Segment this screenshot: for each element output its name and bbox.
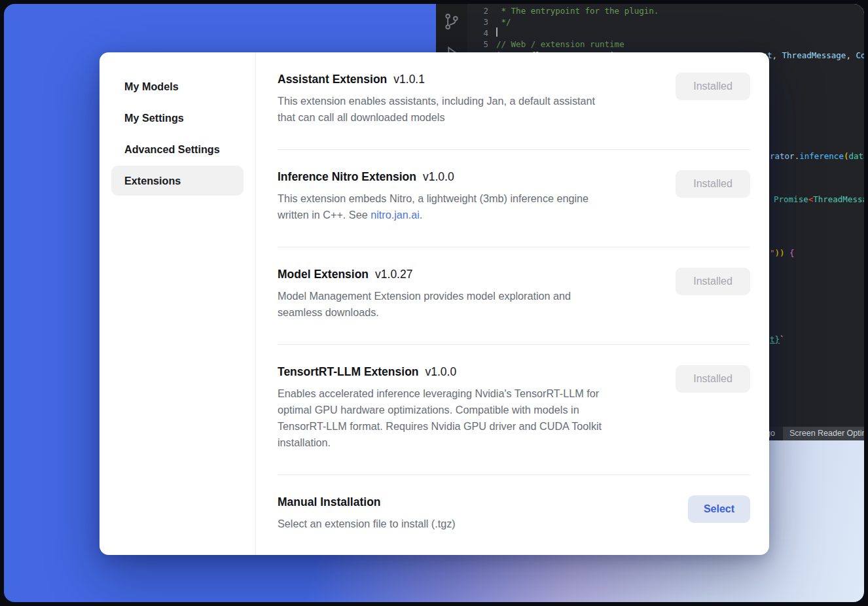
extension-version: v1.0.0 [425, 365, 457, 378]
code-line: 4 [467, 27, 864, 39]
extension-title: Inference Nitro Extensionv1.0.0 [278, 168, 670, 185]
settings-sidebar: My Models My Settings Advanced Settings … [99, 52, 256, 555]
sidebar-item-my-settings[interactable]: My Settings [111, 103, 244, 133]
extension-name: Inference Nitro Extension [278, 170, 416, 183]
sidebar-item-advanced-settings[interactable]: Advanced Settings [111, 134, 244, 164]
nitro-jan-ai-link[interactable]: nitro.jan.ai. [371, 209, 422, 221]
extension-description: This extension enables assistants, inclu… [278, 93, 670, 126]
extension-row-tensorrt-llm: TensortRT-LLM Extensionv1.0.0 Enables ac… [278, 345, 750, 475]
extension-version: v1.0.27 [375, 268, 412, 281]
extension-description: This extension embeds Nitro, a lightweig… [278, 190, 670, 223]
extension-info: TensortRT-LLM Extensionv1.0.0 Enables ac… [278, 363, 670, 451]
sidebar-item-extensions[interactable]: Extensions [111, 166, 244, 196]
code-line: 2 * The entrypoint for the plugin. [467, 5, 864, 16]
code-fragment: t}` [770, 334, 785, 344]
extension-row-model: Model Extensionv1.0.27 Model Management … [278, 247, 750, 345]
settings-modal: My Models My Settings Advanced Settings … [99, 52, 769, 555]
installed-button[interactable]: Installed [676, 268, 750, 295]
source-control-icon[interactable] [443, 12, 461, 33]
installed-button[interactable]: Installed [676, 365, 750, 393]
extension-description: Enables accelerated inference leveraging… [278, 385, 670, 451]
extension-row-inference-nitro: Inference Nitro Extensionv1.0.0 This ext… [278, 150, 750, 247]
extension-name: Assistant Extension [278, 73, 387, 86]
code-text: // Web / extension runtime [496, 39, 624, 50]
extension-title: Model Extensionv1.0.27 [278, 266, 670, 283]
extension-info: Manual Installation Select an extension … [278, 493, 670, 532]
extension-version: v1.0.1 [393, 73, 425, 86]
extension-info: Model Extensionv1.0.27 Model Management … [278, 266, 670, 321]
manual-installation-description: Select an extension file to install (.tg… [278, 516, 670, 532]
extension-row-assistant: Assistant Extensionv1.0.1 This extension… [278, 52, 750, 150]
select-file-button[interactable]: Select [688, 495, 750, 523]
extensions-list: Assistant Extensionv1.0.1 This extension… [256, 52, 769, 555]
screen-reader-optimize-item[interactable]: Screen Reader Optimize [783, 427, 864, 440]
code-fragment: Promise<ThreadMessage> [774, 194, 868, 204]
line-number: 3 [467, 16, 496, 27]
installed-button[interactable]: Installed [676, 73, 750, 100]
installed-button[interactable]: Installed [676, 170, 750, 198]
extension-name: Model Extension [278, 268, 369, 281]
code-text: * The entrypoint for the plugin. [496, 5, 659, 16]
code-text: */ [496, 16, 511, 27]
extension-description: Model Management Extension provides mode… [278, 288, 670, 321]
code-fragment: rator.inference(data)); [770, 151, 868, 161]
extension-name: TensortRT-LLM Extension [278, 365, 419, 378]
desktop-wallpaper: 2 * The entrypoint for the plugin. 3 */ … [0, 0, 868, 606]
manual-installation-row: Manual Installation Select an extension … [278, 475, 750, 555]
sidebar-item-my-models[interactable]: My Models [111, 71, 244, 101]
code-line: 3 */ [467, 16, 864, 27]
extension-info: Inference Nitro Extensionv1.0.0 This ext… [278, 168, 670, 223]
text-cursor [496, 27, 497, 37]
extension-info: Assistant Extensionv1.0.1 This extension… [278, 71, 670, 126]
code-line: 5 // Web / extension runtime [467, 39, 864, 50]
line-number: 5 [467, 39, 496, 50]
extension-title: Assistant Extensionv1.0.1 [278, 71, 670, 88]
line-number: 4 [467, 27, 496, 39]
extension-version: v1.0.0 [423, 170, 454, 183]
line-number: 2 [467, 5, 496, 16]
manual-installation-title: Manual Installation [278, 493, 670, 510]
extension-title: TensortRT-LLM Extensionv1.0.0 [278, 363, 670, 380]
code-fragment: ")) { [770, 248, 795, 258]
